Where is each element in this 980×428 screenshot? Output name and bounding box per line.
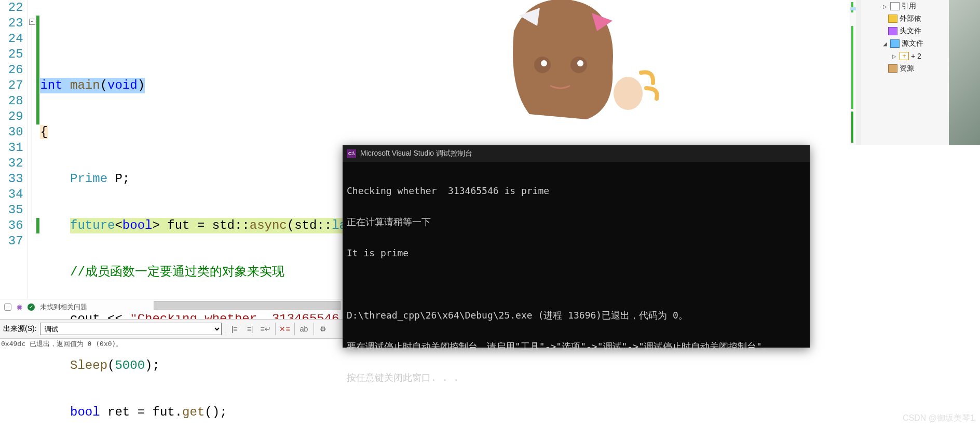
chevron-down-icon[interactable]: ◢ xyxy=(882,41,888,47)
cpp-file-icon: + xyxy=(900,52,909,60)
chevron-right-icon[interactable]: ▷ xyxy=(882,4,888,9)
outline-column[interactable]: - xyxy=(28,0,36,298)
chevron-right-icon[interactable]: ▷ xyxy=(891,53,897,59)
svg-point-4 xyxy=(577,60,583,66)
output-source-label: 出来源(S): xyxy=(3,324,37,334)
sln-item-resources[interactable]: 资源 xyxy=(861,62,980,75)
watermark: CSDN @御坂美琴1 xyxy=(903,413,975,424)
output-content: 0x49dc 已退出，返回值为 0 (0x0)。 xyxy=(1,339,122,349)
indent-right-icon[interactable]: ≡| xyxy=(244,324,256,334)
solution-explorer[interactable]: ▷ 引用 外部依 头文件 ◢ 源文件 ▷ + + 2 资源 xyxy=(861,0,980,145)
screwdriver-icon[interactable] xyxy=(4,303,11,311)
vs-icon: C:\ xyxy=(347,149,356,158)
resource-folder-icon xyxy=(888,64,897,73)
intellisense-icon[interactable]: ◉ xyxy=(17,303,22,311)
word-wrap-icon[interactable]: ≡↵ xyxy=(260,324,272,334)
console-titlebar[interactable]: C:\ Microsoft Visual Studio 调试控制台 xyxy=(343,145,810,162)
sln-item-sources[interactable]: ◢ 源文件 xyxy=(861,37,980,50)
vertical-scrollbar[interactable] xyxy=(856,0,861,145)
sln-item-external[interactable]: 外部依 xyxy=(861,12,980,25)
console-title: Microsoft Visual Studio 调试控制台 xyxy=(360,149,472,158)
issues-status: 未找到相关问题 xyxy=(40,302,87,312)
output-source-select[interactable]: 调试 xyxy=(40,323,222,335)
collapse-toggle-icon[interactable]: - xyxy=(29,19,35,25)
svg-point-3 xyxy=(541,60,547,66)
settings-icon[interactable]: ⚙ xyxy=(317,324,330,334)
debug-console-window[interactable]: C:\ Microsoft Visual Studio 调试控制台 Checki… xyxy=(343,145,810,348)
clear-icon[interactable]: ✕≡ xyxy=(279,324,291,334)
svg-point-5 xyxy=(614,77,643,110)
source-folder-icon xyxy=(890,39,900,48)
sln-item-headers[interactable]: 头文件 xyxy=(861,25,980,37)
check-icon: ✓ xyxy=(28,303,35,311)
toggle-icon[interactable]: ab xyxy=(298,324,310,334)
background-illustration xyxy=(436,0,670,150)
header-folder-icon xyxy=(888,27,897,35)
sln-item-references[interactable]: ▷ 引用 xyxy=(861,0,980,12)
output-filter-bar: 出来源(S): 调试 |≡ ≡| ≡↵ ✕≡ ab ⚙ xyxy=(0,319,343,339)
horizontal-scrollbar[interactable] xyxy=(154,301,341,310)
references-icon xyxy=(890,2,900,10)
console-output[interactable]: Checking whether 313465546 is prime 正在计算… xyxy=(343,162,810,407)
scroll-map[interactable] xyxy=(850,0,856,145)
line-number-gutter: 22 23 24 25 26 27 28 29 30 31 32 33 34 3… xyxy=(0,0,28,298)
sln-item-file[interactable]: ▷ + + 2 xyxy=(861,50,980,62)
external-dep-icon xyxy=(888,15,897,23)
indent-left-icon[interactable]: |≡ xyxy=(228,324,241,334)
